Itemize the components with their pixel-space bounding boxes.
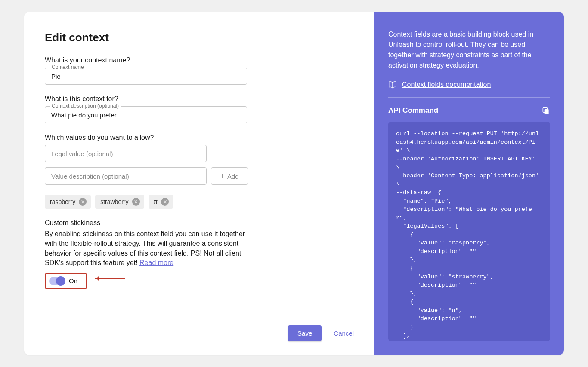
add-label: Add [227,173,239,180]
api-code-block: curl --location --request PUT 'http://un… [388,122,550,341]
context-name-input[interactable] [45,68,247,85]
name-field-wrap: Context name [45,68,247,85]
add-button[interactable]: + Add [211,167,248,185]
stickiness-toggle-highlight: On [45,273,87,289]
api-command-title: API Command [388,106,438,115]
chip-label: strawberry [100,198,128,205]
chip-label: π [154,198,158,205]
annotation-arrow-icon [95,278,125,279]
read-more-link[interactable]: Read more [139,259,173,266]
form-panel: Edit context What is your context name? … [24,12,374,355]
cancel-button[interactable]: Cancel [334,325,354,341]
plus-icon: + [220,172,225,180]
toggle-label: On [69,277,77,284]
stickiness-title: Custom stickiness [45,219,354,227]
values-question: Which values do you want to allow? [45,134,354,142]
info-panel: Context fields are a basic building bloc… [374,12,564,355]
svg-rect-1 [545,109,549,114]
chip-remove-icon[interactable]: ✕ [161,198,169,206]
desc-field-label: Context description (optional) [50,103,121,109]
info-description: Context fields are a basic building bloc… [388,29,550,71]
page-title: Edit context [45,31,354,44]
copy-icon[interactable] [542,106,550,115]
name-field-label: Context name [50,64,86,70]
desc-question: What is this context for? [45,95,354,103]
value-description-input[interactable] [45,167,207,185]
name-question: What is your context name? [45,56,354,64]
stickiness-toggle[interactable] [49,277,65,285]
legal-value-input[interactable] [45,145,207,162]
dialog: Edit context What is your context name? … [24,12,564,355]
stickiness-description: By enabling stickiness on this context f… [45,229,247,268]
context-description-input[interactable] [45,106,247,123]
save-button[interactable]: Save [288,325,322,341]
chip-strawberry: strawberry ✕ [95,195,144,209]
toggle-thumb [56,276,65,286]
api-header: API Command [388,106,550,115]
chip-remove-icon[interactable]: ✕ [79,198,87,206]
chip-pi: π ✕ [149,195,173,209]
chip-label: raspberry [50,198,75,205]
chips-row: raspberry ✕ strawberry ✕ π ✕ [45,195,354,209]
doc-link-row: Context fields documentation [388,81,550,98]
desc-field-wrap: Context description (optional) [45,106,247,123]
book-icon [388,81,397,89]
documentation-link[interactable]: Context fields documentation [402,81,491,89]
chip-raspberry: raspberry ✕ [45,195,91,209]
chip-remove-icon[interactable]: ✕ [132,198,140,206]
form-actions: Save Cancel [45,317,354,341]
